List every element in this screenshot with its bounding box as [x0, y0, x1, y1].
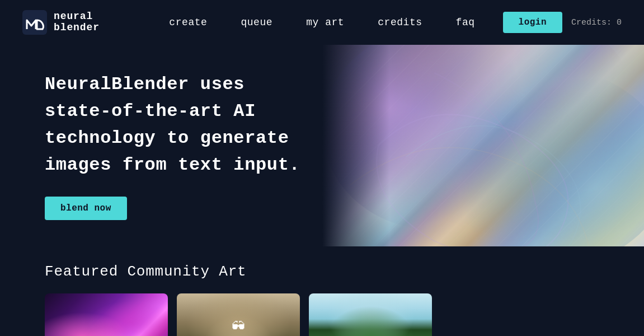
logo-line2: blender [54, 22, 100, 34]
hero-text: NeuralBlender uses state-of-the-art AI t… [0, 45, 354, 246]
hero-heading-line4: images from text input. [45, 155, 300, 175]
nav-faq[interactable]: faq [456, 17, 475, 28]
swirl-svg [322, 45, 645, 246]
svg-point-4 [350, 45, 630, 174]
gallery-card-2[interactable] [177, 293, 300, 336]
logo-line1: neural [54, 11, 100, 22]
featured-section: Featured Community Art [0, 246, 644, 336]
hero-heading-line1: NeuralBlender uses [45, 74, 245, 95]
hero-heading: NeuralBlender uses state-of-the-art AI t… [45, 71, 354, 179]
nav-right: login Credits: 0 [503, 12, 622, 33]
nav-queue[interactable]: queue [241, 17, 272, 28]
login-button[interactable]: login [503, 12, 562, 33]
svg-point-3 [423, 67, 644, 246]
nav-my-art[interactable]: my art [306, 17, 344, 28]
svg-point-2 [322, 45, 546, 230]
gallery-card-3[interactable] [309, 293, 432, 336]
nav-create[interactable]: create [169, 17, 207, 28]
main-nav: create queue my art credits faq [169, 17, 474, 28]
hero-heading-line3: technology to generate [45, 128, 289, 148]
credits-display: Credits: 0 [571, 18, 622, 27]
svg-rect-1 [322, 45, 645, 246]
hero-heading-line2: state-of-the-art AI [45, 101, 256, 122]
hero-gradient [322, 45, 645, 246]
logo[interactable]: neural blender [22, 10, 100, 35]
logo-icon [22, 10, 47, 35]
community-gallery [45, 293, 599, 336]
hero-section: NeuralBlender uses state-of-the-art AI t… [0, 45, 644, 246]
featured-title: Featured Community Art [45, 263, 599, 280]
hero-image [322, 45, 645, 246]
logo-text: neural blender [54, 11, 100, 34]
gallery-card-1[interactable] [45, 293, 168, 336]
nav-credits[interactable]: credits [378, 17, 422, 28]
header: neural blender create queue my art credi… [0, 0, 644, 45]
blend-now-button[interactable]: blend now [45, 197, 127, 220]
